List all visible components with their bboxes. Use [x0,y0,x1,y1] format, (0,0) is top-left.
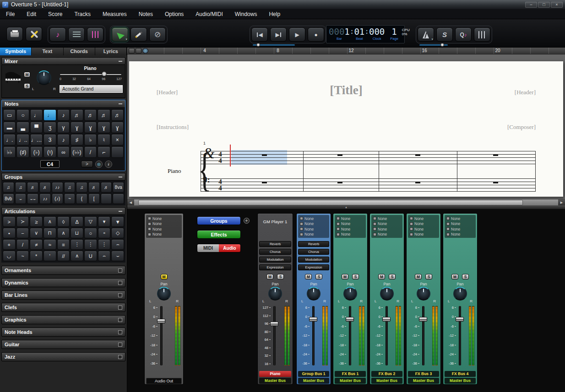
fader-handle[interactable] [456,317,464,322]
group-symbol-cell[interactable]: [ [88,193,100,204]
panel-splitter[interactable]: ▴ [127,205,565,209]
channel-name[interactable]: FX Bus 3 [408,371,439,377]
output-bus[interactable]: Master Bus [371,378,402,384]
articulation-symbol-cell[interactable]: ⋮ [84,239,97,250]
pan-knob[interactable] [37,70,51,85]
menu-item[interactable]: Score [42,9,68,19]
mute-button[interactable]: M [266,274,273,279]
tools-button[interactable] [26,27,42,41]
pan-knob[interactable] [417,287,430,301]
fader-handle[interactable] [309,317,317,322]
insert-slot[interactable]: None [410,216,437,220]
insert-slot[interactable]: None [373,222,401,226]
note-symbol-cell[interactable]: ♪ [57,134,70,145]
fader-handle[interactable] [346,317,354,322]
close-button[interactable]: × [551,2,563,8]
levels-button[interactable] [474,27,490,42]
shuttle-slider[interactable] [253,44,295,46]
volume-slider-thumb[interactable] [102,71,107,76]
collapsed-panel-header[interactable]: Dynamics [1,278,125,287]
menu-item[interactable]: Audio/MIDI [190,9,228,19]
insert-slot[interactable]: None [410,227,437,231]
articulation-symbol-cell[interactable]: ≡ [57,239,70,250]
articulation-symbol-cell[interactable]: ⊓ [43,228,56,238]
mute-button[interactable]: M [451,274,458,279]
output-bus[interactable]: Master Bus [335,378,366,384]
controller-slider[interactable]: Modulation [259,257,291,263]
expand-icon[interactable] [118,343,122,347]
collapse-icon[interactable] [119,177,122,177]
audio-toggle-button[interactable]: Audio [219,244,240,252]
effects-button[interactable]: Effects [197,230,241,239]
group-symbol-cell[interactable]: ♪♪ [39,193,51,204]
articulation-symbol-cell[interactable]: ○ [84,228,97,238]
fader-handle[interactable] [382,317,391,322]
collapse-icon[interactable] [119,211,122,212]
articulation-symbol-cell[interactable]: • [3,228,16,238]
menu-item[interactable]: File [0,9,21,19]
note-symbol-cell[interactable]: γ [57,122,70,133]
articulation-symbol-cell[interactable]: + [3,239,16,250]
insert-slot[interactable]: None [410,222,437,226]
group-symbol-cell[interactable]: ⌣⌣ [27,193,38,204]
whole-rest[interactable] [337,154,342,156]
mute-button[interactable]: M [24,72,30,77]
collapsed-panel-header[interactable]: Note Heads [1,328,125,337]
note-symbol-cell[interactable]: ♮ [98,134,110,145]
note-symbol-cell[interactable]: ▭ [3,109,16,121]
fader-track[interactable] [349,306,351,365]
palette-tab[interactable]: Text [32,48,63,55]
output-bus[interactable]: Master Bus [259,378,291,384]
time-signature-numerator[interactable]: 4 [217,178,223,185]
score-page[interactable]: [Header] [Title] [Header] [Instructions]… [129,61,563,197]
bass-clef-icon[interactable]: 9: [203,175,210,185]
groups-button[interactable]: Groups [197,216,241,225]
note-symbol-cell[interactable]: ∞ [57,146,70,158]
note-symbol-cell[interactable]: ⌐ [98,146,110,158]
scroll-view-button[interactable] [136,48,141,54]
channel-name[interactable]: Group Bus 1 [298,371,329,377]
palette-tab[interactable]: Lyrics [95,48,127,55]
note-symbol-cell[interactable]: ♩ [43,109,56,121]
articulation-symbol-cell[interactable]: ≻ [16,216,29,227]
note-symbol-cell[interactable]: ♩.. [16,134,29,145]
articulation-symbol-cell[interactable]: U [84,251,97,261]
time-signature-denominator[interactable]: 4 [217,185,223,191]
solo-button[interactable]: S [389,274,396,279]
controller-slider[interactable]: Chorus [259,249,291,255]
note-symbol-cell[interactable]: ○ [16,109,29,121]
whole-rest[interactable] [337,182,342,183]
swing-button[interactable]: S [436,27,453,42]
articulation-symbol-cell[interactable]: ◡ [3,251,16,261]
articulation-symbol-cell[interactable]: ⋮ [71,239,83,250]
fader-handle[interactable] [157,319,165,323]
articulation-symbol-cell[interactable]: ∧ [43,216,56,227]
whole-rest[interactable] [262,182,267,183]
channel-name[interactable]: Audio Out [146,378,182,384]
insert-slot[interactable]: None [373,216,401,220]
articulation-symbol-cell[interactable]: ∨ [30,228,43,238]
menu-item[interactable]: Tracks [68,9,97,19]
solo-button[interactable]: S [462,274,469,279]
note-symbol-cell[interactable]: ♬ [98,109,110,121]
mute-button[interactable]: M [161,274,168,279]
group-symbol-cell[interactable]: ♪♪ [52,182,63,193]
whole-rest[interactable] [493,154,498,156]
articulation-symbol-cell[interactable]: // [57,251,70,261]
menu-item[interactable]: Options [159,9,190,19]
menu-item[interactable]: Edit [21,9,42,19]
shuttle-slider-thumb[interactable] [256,43,260,47]
bass-staff[interactable] [201,178,536,192]
menu-item[interactable]: Help [263,9,286,19]
whole-rest[interactable] [415,182,420,183]
mute-button[interactable]: M [415,274,422,279]
page-view-button[interactable] [129,48,135,54]
note-symbol-cell[interactable]: ♭ [84,134,97,145]
note-symbol-cell[interactable]: ♪ [57,109,70,121]
solo-button[interactable]: S [425,274,432,279]
menu-item[interactable]: Windows [229,9,263,19]
note-symbol-cell[interactable]: ▃ [16,122,29,133]
insert-slot[interactable]: None [373,227,401,231]
mute-button[interactable]: M [378,274,385,279]
note-symbol-cell[interactable]: ♬ [71,109,83,121]
